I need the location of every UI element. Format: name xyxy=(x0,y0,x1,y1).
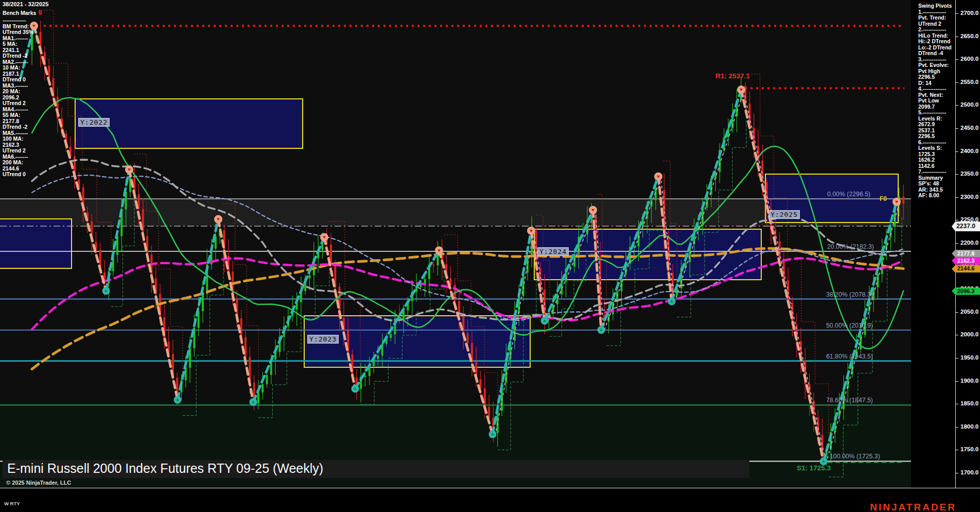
year-range-box[interactable] xyxy=(75,99,303,148)
year-range-box[interactable] xyxy=(765,174,898,223)
chart-canvas[interactable] xyxy=(0,0,980,512)
year-range-box[interactable] xyxy=(304,316,530,367)
year-range-box[interactable] xyxy=(534,229,761,280)
ninjatrader-chart-window: 38/2021 - 32/2025 Bench Marks9 ---------… xyxy=(0,0,980,512)
background-band xyxy=(0,405,911,488)
